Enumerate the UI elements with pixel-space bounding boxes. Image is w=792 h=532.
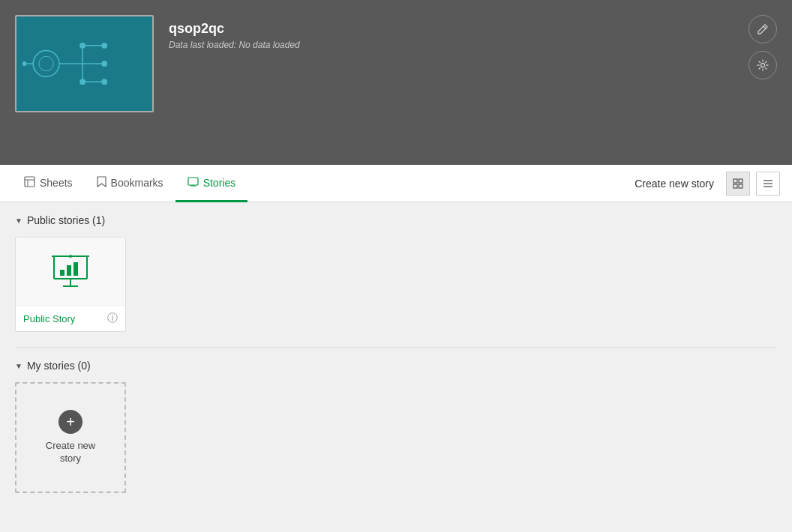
svg-rect-21 — [188, 178, 198, 185]
stories-icon — [188, 177, 199, 189]
svg-point-13 — [101, 79, 107, 85]
tab-bookmarks-label: Bookmarks — [111, 177, 164, 189]
svg-point-38 — [69, 255, 72, 258]
my-stories-chevron-icon: ▼ — [15, 362, 22, 370]
section-divider — [15, 347, 777, 348]
svg-point-15 — [22, 61, 27, 66]
svg-rect-36 — [74, 262, 78, 276]
svg-rect-35 — [67, 265, 71, 276]
svg-rect-27 — [739, 184, 742, 188]
tabs-list: Sheets Bookmarks Stories — [12, 165, 248, 202]
create-new-story-card[interactable]: + Create newstory — [15, 382, 126, 493]
story-card-name: Public Story — [23, 313, 75, 324]
story-card-thumbnail — [16, 238, 125, 305]
grid-view-button[interactable] — [726, 172, 750, 196]
app-title: qsop2qc — [169, 21, 300, 37]
my-stories-section-header[interactable]: ▼ My stories (0) — [15, 360, 777, 372]
svg-point-17 — [761, 64, 765, 67]
edit-button[interactable] — [748, 15, 777, 43]
public-stories-grid: Public Story ⓘ — [15, 237, 777, 332]
app-info: qsop2qc Data last loaded: No data loaded — [169, 15, 300, 50]
app-header: qsop2qc Data last loaded: No data loaded — [0, 0, 792, 165]
svg-rect-25 — [739, 179, 742, 183]
public-stories-title: Public stories (1) — [27, 214, 105, 226]
svg-point-9 — [101, 61, 107, 67]
svg-rect-24 — [734, 179, 737, 183]
tab-sheets-label: Sheets — [40, 177, 73, 189]
tab-bookmarks[interactable]: Bookmarks — [85, 166, 176, 202]
public-stories-section-header[interactable]: ▼ Public stories (1) — [15, 214, 777, 226]
bookmarks-icon — [97, 176, 106, 190]
create-plus-icon: + — [58, 410, 82, 434]
sheets-icon — [24, 176, 35, 190]
list-view-button[interactable] — [756, 172, 780, 196]
public-stories-chevron-icon: ▼ — [15, 217, 22, 225]
create-card-label: Create newstory — [46, 440, 95, 465]
content-area: ▼ Public stories (1) — [0, 202, 792, 532]
svg-line-16 — [764, 26, 766, 28]
tab-stories[interactable]: Stories — [176, 166, 248, 202]
app-thumbnail — [15, 15, 154, 112]
tab-stories-label: Stories — [203, 177, 236, 189]
app-subtitle: Data last loaded: No data loaded — [169, 40, 300, 50]
my-stories-grid: + Create newstory — [15, 382, 777, 493]
svg-rect-18 — [25, 177, 34, 187]
tabs-right-actions: Create new story — [628, 172, 780, 196]
tabs-bar: Sheets Bookmarks Stories Create new stor… — [0, 165, 792, 202]
svg-rect-26 — [734, 184, 737, 188]
svg-point-7 — [101, 43, 107, 49]
story-card-public[interactable]: Public Story ⓘ — [15, 237, 126, 332]
header-actions — [748, 15, 777, 79]
my-stories-title: My stories (0) — [27, 360, 91, 372]
svg-rect-34 — [60, 270, 64, 276]
settings-button[interactable] — [748, 51, 777, 79]
tab-sheets[interactable]: Sheets — [12, 166, 85, 202]
story-card-footer: Public Story ⓘ — [16, 305, 125, 331]
story-info-icon[interactable]: ⓘ — [107, 312, 118, 325]
create-new-story-header-button[interactable]: Create new story — [628, 175, 720, 193]
